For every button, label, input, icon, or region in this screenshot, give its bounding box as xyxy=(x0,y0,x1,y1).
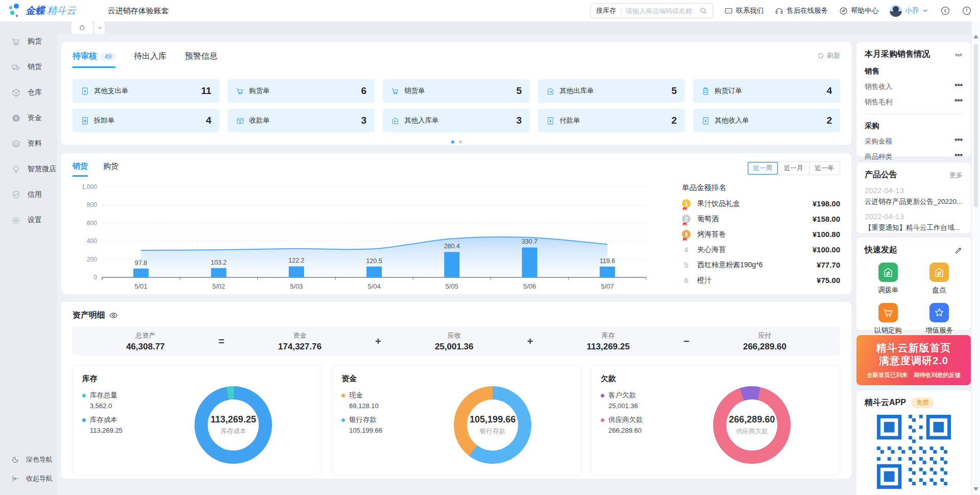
quick-action-sell-to-buy[interactable]: 以销定购 xyxy=(865,303,912,335)
todo-card-count: 4 xyxy=(206,115,211,126)
tab-warning-info[interactable]: 预警信息 xyxy=(185,51,217,66)
todo-card-purchase-order[interactable]: 购货订单4 xyxy=(693,79,840,103)
survey-banner[interactable]: 精斗云新版首页 满意度调研2.0 全新首页已到来 期待收到您的反馈 xyxy=(856,335,971,385)
section-title: 库存 xyxy=(82,374,312,384)
more-link[interactable]: 更多 xyxy=(949,171,963,180)
chat-icon xyxy=(724,7,733,15)
tab-list-dropdown[interactable] xyxy=(94,21,105,34)
refresh-button[interactable]: 刷新 xyxy=(817,51,840,60)
todo-card-count: 5 xyxy=(516,85,522,97)
funds-amount: 资金174,327.76 xyxy=(278,331,322,352)
sidebar-item-credit[interactable]: 信用 xyxy=(0,182,57,207)
avatar[interactable] xyxy=(890,5,902,17)
banner-line3: 全新首页已到来 期待收到您的反馈 xyxy=(861,371,967,379)
search-icon[interactable] xyxy=(699,7,707,15)
todo-card-other-expense[interactable]: 其他支出单11 xyxy=(72,79,219,103)
svg-text:200: 200 xyxy=(87,256,97,263)
ranking-item-name: 烤海苔卷 xyxy=(697,230,726,239)
cart-icon xyxy=(11,37,21,46)
collapse-nav-button[interactable]: 收起导航 xyxy=(0,469,57,488)
quick-actions-panel: 快速发起 调拨单 盘点 以销定购 增值服务 xyxy=(856,238,971,330)
after-sales-service-link[interactable]: 售后在线服务 xyxy=(775,6,828,15)
ranking-row[interactable]: 6橙汁¥75.00 xyxy=(682,276,840,285)
shield-check-icon xyxy=(11,190,21,200)
pending-count-badge: 49 xyxy=(101,53,115,61)
browser-tabstrip xyxy=(57,21,980,34)
dark-nav-toggle[interactable]: 深色导航 xyxy=(0,450,57,469)
todo-card-other-outbound[interactable]: 其他出库单5 xyxy=(538,79,685,103)
contact-us-link[interactable]: 联系我们 xyxy=(724,6,764,15)
eye-closed-icon[interactable] xyxy=(954,51,963,59)
announcement-link[interactable]: 【重要通知】精斗云工作台域... xyxy=(865,223,963,232)
tab-pending-inout[interactable]: 待出入库 xyxy=(134,51,166,66)
logout-button[interactable] xyxy=(962,6,972,16)
todo-card-receipt[interactable]: 收款单3 xyxy=(228,109,375,132)
ranking-item-name: 果汁饮品礼盒 xyxy=(697,199,740,208)
sidebar-item-sales[interactable]: 销货 xyxy=(0,54,57,80)
scrollbar-thumb[interactable] xyxy=(974,44,978,207)
home-tab[interactable] xyxy=(71,21,93,34)
sales-tabs: 销货 购货 xyxy=(72,161,118,177)
tab-pending-approval[interactable]: 待审核 49 xyxy=(72,51,115,68)
yuan-coin-icon xyxy=(11,113,21,123)
todo-card-count: 2 xyxy=(671,115,677,126)
sidebar-item-funds[interactable]: 资金 xyxy=(0,105,57,131)
edit-pencil-icon[interactable] xyxy=(954,246,963,254)
sidebar-item-settings[interactable]: 设置 xyxy=(0,207,57,233)
app-logo[interactable]: 金蝶 精斗云 xyxy=(6,2,76,19)
user-menu[interactable]: 小乔 xyxy=(890,5,929,17)
svg-text:330.7: 330.7 xyxy=(522,238,537,245)
ranking-row[interactable]: 4夹心海苔¥100.00 xyxy=(682,245,840,254)
help-center-link[interactable]: 帮助中心 xyxy=(839,6,878,15)
announcement-link[interactable]: 云进销存产品更新公告_20220... xyxy=(865,197,963,206)
app-header: 金蝶 精斗云 云进销存体验账套 搜库存 联系我们 售后在线服务 帮助中心 小乔 xyxy=(0,0,980,21)
debt-donut-chart: 266,289.60供应商欠款 xyxy=(713,386,791,464)
back-button[interactable] xyxy=(940,6,950,16)
todo-card-label: 拆卸单 xyxy=(94,116,115,125)
quick-action-stocktake[interactable]: 盘点 xyxy=(916,263,963,295)
month-summary-title: 本月采购销售情况 xyxy=(865,49,930,60)
range-year-button[interactable]: 近一年 xyxy=(809,162,840,175)
range-week-button[interactable]: 近一周 xyxy=(748,162,778,175)
carousel-dot-2[interactable] xyxy=(459,140,462,144)
inventory-search[interactable]: 搜库存 xyxy=(591,3,713,18)
legend-dot xyxy=(601,418,604,422)
scroll-up-arrow[interactable] xyxy=(973,35,978,38)
ranking-row[interactable]: 5西红柿意粉酱190g*6¥77.70 xyxy=(682,261,840,269)
search-input[interactable] xyxy=(626,7,699,15)
tab-sales[interactable]: 销货 xyxy=(72,161,88,177)
quick-actions-title: 快速发起 xyxy=(865,245,897,255)
eye-icon[interactable] xyxy=(109,311,118,320)
ranking-row[interactable]: 3烤海苔卷¥100.80 xyxy=(682,230,840,239)
ranking-row[interactable]: 1果汁饮品礼盒¥198.00 xyxy=(682,199,840,208)
sidebar-item-warehouse[interactable]: 仓库 xyxy=(0,80,57,105)
dark-nav-label: 深色导航 xyxy=(26,455,53,464)
account-title: 云进销存体验账套 xyxy=(108,6,169,16)
sidebar-item-data[interactable]: 资料 xyxy=(0,131,57,156)
tab-purchase[interactable]: 购货 xyxy=(103,161,118,177)
quick-action-value-added[interactable]: 增值服务 xyxy=(916,303,963,335)
search-scope-label[interactable]: 搜库存 xyxy=(596,6,616,15)
scroll-down-arrow[interactable] xyxy=(973,487,978,491)
sidebar-item-purchase[interactable]: 购货 xyxy=(0,29,57,54)
carousel-dot-1[interactable] xyxy=(451,140,454,144)
vertical-scrollbar[interactable] xyxy=(972,21,980,495)
ranking-row[interactable]: 2葡萄酒¥158.00 xyxy=(682,215,840,223)
svg-text:5/06: 5/06 xyxy=(523,282,536,290)
sales-income-row: 销售收入*** xyxy=(865,82,963,91)
range-month-button[interactable]: 近一月 xyxy=(778,162,809,175)
todo-card-sales-bill[interactable]: 销货单5 xyxy=(383,79,530,103)
todo-card-disassembly[interactable]: 拆卸单4 xyxy=(72,109,219,132)
todo-card-count: 6 xyxy=(361,85,366,97)
todo-card-purchase-bill[interactable]: 购货单6 xyxy=(228,79,375,103)
todo-card-other-inbound[interactable]: 其他入库单3 xyxy=(383,109,530,132)
plus-sign: + xyxy=(527,336,533,347)
sidebar-item-smart-store[interactable]: 智慧微店 xyxy=(0,156,57,182)
app-qr-code xyxy=(877,415,951,489)
todo-card-other-income[interactable]: 其他收入单2 xyxy=(693,109,840,132)
todo-card-payment[interactable]: 付款单2 xyxy=(538,109,685,132)
todo-card-label: 收款单 xyxy=(249,116,270,125)
svg-text:800: 800 xyxy=(87,201,97,208)
section-title: 资金 xyxy=(341,374,571,384)
quick-action-transfer[interactable]: 调拨单 xyxy=(865,263,912,295)
